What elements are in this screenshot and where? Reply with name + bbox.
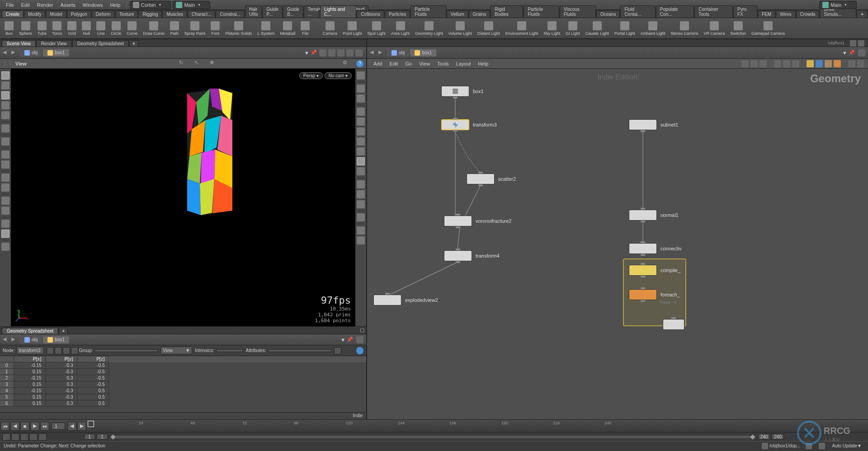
tool-torus[interactable]: Torus	[49, 20, 65, 37]
move-icon[interactable]	[1, 111, 9, 119]
net-menu-view[interactable]: View	[415, 61, 434, 66]
shelf-tab[interactable]: Lights and C...	[320, 5, 356, 18]
cell[interactable]: 0.3	[45, 381, 77, 388]
menu-help[interactable]: Help	[106, 2, 124, 8]
help-icon[interactable]	[357, 236, 365, 244]
col-header[interactable]	[0, 356, 14, 362]
camera-nocam-pill[interactable]: No cam ▾	[325, 72, 352, 79]
grid-icon[interactable]	[760, 60, 767, 67]
cell[interactable]: 0.3	[45, 400, 77, 407]
tool-area-light[interactable]: Area Light	[388, 20, 412, 37]
split-icon[interactable]	[357, 71, 365, 80]
nav-back-icon[interactable]: ◀	[3, 49, 10, 56]
shelf-tab[interactable]: Rigging	[138, 10, 162, 18]
menu-icon[interactable]	[357, 226, 365, 235]
ortho-icon[interactable]	[1, 230, 9, 238]
stop-icon[interactable]: ■	[20, 422, 29, 431]
desktop-selector[interactable]: Corbin ▼	[130, 1, 171, 9]
net-menu-add[interactable]: Add	[370, 61, 386, 66]
tool-spot-light[interactable]: Spot Light	[365, 20, 389, 37]
node-explodedview2[interactable]: explodedview2	[373, 295, 438, 305]
key-icon[interactable]	[38, 433, 47, 441]
layout3-icon[interactable]	[792, 60, 799, 67]
col-header[interactable]: P[z]	[77, 356, 108, 362]
tool-camera[interactable]: Camera	[320, 20, 340, 37]
handle-icon[interactable]	[1, 124, 9, 132]
node-normal1[interactable]: normal1	[629, 210, 679, 221]
chevron-down-icon[interactable]: ▼	[304, 50, 309, 56]
cell[interactable]: 0.15	[14, 400, 45, 407]
tool-path[interactable]: Path	[167, 20, 182, 37]
network-box-icon[interactable]	[816, 60, 823, 67]
shelf-tab[interactable]: Crowds	[796, 10, 820, 18]
cube-solid-icon[interactable]	[337, 49, 344, 56]
cell[interactable]: 4	[0, 388, 14, 394]
tool-metaball[interactable]: Metaball	[277, 20, 298, 37]
ghost-icon[interactable]	[357, 127, 365, 136]
breadcrumb-box1[interactable]: box1	[410, 49, 436, 56]
tool-distant-light[interactable]: Distant Light	[475, 20, 503, 37]
tool-file[interactable]: File	[298, 20, 312, 37]
shelf-tab-add[interactable]: +	[857, 10, 868, 18]
pane-fullscreen-icon[interactable]	[858, 40, 864, 47]
breadcrumb-obj[interactable]: obj	[387, 49, 409, 56]
detail-mode-icon[interactable]	[71, 347, 78, 354]
tool-box[interactable]: Box	[2, 20, 16, 37]
red-icon[interactable]	[1, 174, 9, 182]
cell[interactable]: 6	[0, 400, 14, 407]
playhead[interactable]	[88, 421, 94, 427]
node-box1[interactable]: box1	[441, 86, 484, 97]
ref-icon[interactable]	[357, 213, 365, 221]
node-field[interactable]: transform3	[17, 347, 44, 354]
flat-icon[interactable]	[357, 167, 365, 175]
update-mode[interactable]: Auto Update ▼	[832, 443, 862, 448]
pane-expand-icon[interactable]	[850, 40, 856, 47]
shelf-tab[interactable]: Guide P...	[262, 5, 283, 18]
tool-ambient-light[interactable]: Ambient Light	[637, 20, 668, 37]
cell[interactable]: 0	[0, 362, 14, 369]
cell[interactable]: 0.15	[14, 381, 45, 388]
breadcrumb-box1[interactable]: box1	[43, 49, 69, 56]
col-header[interactable]: P[y]	[45, 356, 77, 362]
cell[interactable]: 0.15	[14, 394, 45, 400]
cell[interactable]: -0.3	[45, 388, 77, 394]
tool-gi-light[interactable]: GI Light	[563, 20, 583, 37]
cell[interactable]: 3	[0, 381, 14, 388]
cell[interactable]: 0.3	[45, 375, 77, 381]
template-icon[interactable]	[357, 190, 365, 198]
tool-sky-light[interactable]: Sky Light	[541, 20, 563, 37]
global-anim-icon[interactable]	[2, 433, 10, 441]
menu-edit[interactable]: Edit	[18, 2, 33, 8]
palette-icon[interactable]	[825, 60, 832, 67]
loop-icon[interactable]	[20, 433, 28, 441]
tool-portal-light[interactable]: Portal Light	[612, 20, 638, 37]
col-header[interactable]: P[x]	[14, 356, 45, 362]
view-dd[interactable]: View▼	[160, 347, 192, 354]
tool-line[interactable]: Line	[94, 20, 108, 37]
zoom-icon[interactable]	[848, 60, 855, 67]
light-icon[interactable]	[357, 85, 365, 93]
collapse-icon[interactable]: ▢	[358, 326, 366, 334]
cell[interactable]: 1	[0, 369, 14, 375]
tool-point-light[interactable]: Point Light	[340, 20, 365, 37]
cell[interactable]: 0.15	[14, 369, 45, 375]
dot-icon[interactable]	[357, 180, 365, 188]
current-frame-field[interactable]: 1	[52, 423, 65, 430]
cell[interactable]: -0.5	[77, 369, 108, 375]
breadcrumb-obj[interactable]: obj	[20, 336, 42, 343]
tool-curve[interactable]: Curve	[124, 20, 140, 37]
group-field[interactable]	[94, 349, 158, 352]
cook-status[interactable]: /obj/box1/dop...	[762, 443, 800, 449]
nav-back-icon[interactable]: ◀	[3, 336, 10, 343]
prev-frame-icon[interactable]: ◀	[10, 422, 19, 431]
cell[interactable]: -0.3	[45, 394, 77, 400]
tool-vr-camera[interactable]: VR Camera	[701, 20, 727, 37]
construction-icon[interactable]	[1, 160, 9, 169]
cell[interactable]: -0.5	[77, 375, 108, 381]
shelf-tab[interactable]: Hair Utils	[245, 5, 262, 18]
smooth-icon[interactable]	[357, 157, 365, 165]
prims-mode-icon[interactable]	[63, 347, 70, 354]
wrench-icon[interactable]	[741, 60, 749, 67]
layout2-icon[interactable]	[783, 60, 790, 67]
net-menu-tools[interactable]: Tools	[434, 61, 453, 66]
